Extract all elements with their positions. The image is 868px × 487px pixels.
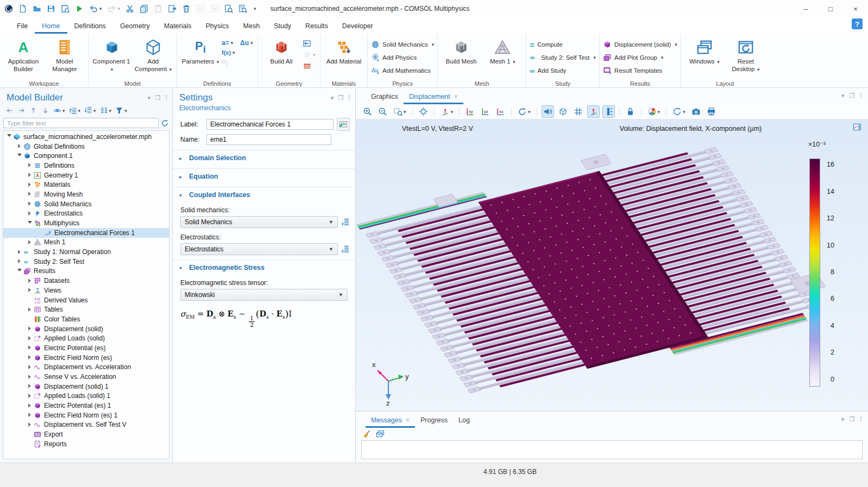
- expand-chevron-icon[interactable]: [27, 163, 32, 168]
- zoom-extents-icon[interactable]: [417, 105, 430, 118]
- expand-chevron-icon[interactable]: [27, 201, 32, 206]
- help-button[interactable]: ?: [852, 18, 863, 29]
- expand-chevron-icon[interactable]: [27, 240, 32, 245]
- expand-chevron-icon[interactable]: [27, 173, 32, 178]
- menu-developer[interactable]: Developer: [335, 20, 380, 34]
- expand-chevron-icon[interactable]: [27, 307, 32, 312]
- move-up-icon[interactable]: [29, 106, 37, 115]
- expand-chevron-icon[interactable]: [27, 336, 32, 341]
- search-button[interactable]: [238, 4, 247, 13]
- tree-item-component-1[interactable]: Component 1: [3, 151, 169, 161]
- panel-menu-icon[interactable]: ▾: [841, 92, 845, 99]
- tree-item-views[interactable]: Views: [3, 286, 169, 295]
- expand-chevron-icon[interactable]: [27, 182, 32, 187]
- expand-chevron-icon[interactable]: [27, 211, 32, 216]
- panel-pin-icon[interactable]: ⊺: [859, 416, 863, 423]
- color-legend-icon[interactable]: [602, 105, 615, 118]
- tree-item-definitions[interactable]: Definitions: [3, 161, 169, 170]
- tree-item-study-2-self-test[interactable]: ∞Study 2: Self Test: [3, 257, 169, 267]
- electrostatics-dropdown[interactable]: Electrostatics▼: [180, 243, 338, 255]
- cut-button[interactable]: [125, 4, 134, 13]
- save-button[interactable]: [47, 4, 55, 13]
- name-input[interactable]: [206, 134, 331, 145]
- solid-mechanics-dropdown[interactable]: Solid Mechanics▼: [180, 216, 338, 228]
- lock-camera-icon[interactable]: [624, 105, 637, 118]
- rotate-view-icon[interactable]: ▾: [516, 105, 532, 118]
- environment-reflections-icon[interactable]: [557, 105, 569, 118]
- graphics-tab-displacement[interactable]: Displacement×: [404, 90, 463, 104]
- panel-menu-icon[interactable]: ▾: [331, 94, 334, 102]
- refresh-filter-icon[interactable]: [161, 119, 169, 127]
- tree-item-materials[interactable]: Materials: [3, 180, 169, 189]
- expand-chevron-icon[interactable]: [27, 192, 32, 197]
- duplicate-button[interactable]: [168, 4, 177, 13]
- add-component-button[interactable]: Add Component ▾: [133, 37, 173, 73]
- tree-filter-input[interactable]: [3, 118, 159, 128]
- panel-pin-icon[interactable]: ⊺: [165, 94, 168, 102]
- panel-float-icon[interactable]: ❒: [338, 94, 343, 102]
- expand-chevron-icon[interactable]: [17, 250, 22, 255]
- menu-mesh[interactable]: Mesh: [236, 20, 267, 34]
- application-builder-button[interactable]: AApplication Builder: [3, 37, 43, 73]
- minimize-button[interactable]: –: [793, 0, 818, 17]
- model-manager-button[interactable]: Model Manager: [45, 37, 85, 73]
- delete-button[interactable]: [182, 4, 191, 13]
- quick-access-caret[interactable]: ▾: [253, 6, 256, 11]
- section-domain-selection[interactable]: ▸Domain Selection: [173, 150, 355, 165]
- compute-button[interactable]: =Compute: [530, 39, 596, 50]
- print-icon[interactable]: [705, 105, 718, 118]
- zoom-out-icon[interactable]: [376, 105, 389, 118]
- plot-window-icon[interactable]: [853, 123, 861, 131]
- tree-item-multiphysics[interactable]: Multiphysics: [3, 218, 169, 228]
- stress-tensor-dropdown[interactable]: Minkowski▼: [180, 289, 348, 301]
- expand-chevron-icon[interactable]: [27, 326, 32, 331]
- expand-chevron-icon[interactable]: [27, 365, 32, 370]
- go-to-view-icon[interactable]: ▾: [439, 105, 455, 118]
- panel-pin-icon[interactable]: ⊺: [348, 94, 351, 102]
- tree-item-electric-field-norm-es[interactable]: Electric Field Norm (es): [3, 353, 169, 363]
- back-icon[interactable]: [5, 106, 14, 115]
- expand-all-icon[interactable]: ▾: [69, 106, 81, 115]
- displacement-solid-select[interactable]: Displacement (solid)▾: [603, 39, 677, 50]
- panel-float-icon[interactable]: ❒: [849, 416, 854, 423]
- section-coupled-interfaces[interactable]: ▾Coupled Interfaces: [173, 187, 355, 202]
- expand-chevron-icon[interactable]: [27, 413, 32, 418]
- add-physics-button[interactable]: Add Physics: [371, 52, 434, 63]
- result-templates-button[interactable]: Result Templates: [603, 65, 677, 76]
- tree-item-displacement-vs-acceleration[interactable]: Displacement vs. Acceleration: [3, 363, 169, 372]
- expand-chevron-icon[interactable]: [27, 355, 32, 360]
- undo-button[interactable]: ▾: [89, 4, 102, 13]
- menu-file[interactable]: File: [10, 20, 35, 34]
- expand-chevron-icon[interactable]: [17, 144, 22, 149]
- menu-study[interactable]: Study: [267, 20, 298, 34]
- expand-chevron-icon[interactable]: [27, 279, 32, 283]
- menu-results[interactable]: Results: [298, 20, 335, 34]
- expand-chevron-icon[interactable]: [27, 384, 32, 389]
- tree-item-mesh-1[interactable]: Mesh 1: [3, 238, 169, 248]
- clear-messages-icon[interactable]: [362, 429, 371, 438]
- add-study-button[interactable]: ∞Add Study: [530, 65, 596, 76]
- expand-chevron-icon[interactable]: [27, 375, 32, 380]
- tree-item-study-1-normal-operation[interactable]: ∞Study 1: Normal Operation: [3, 247, 169, 257]
- menu-materials[interactable]: Materials: [157, 20, 199, 34]
- windows-button[interactable]: Windows ▾: [684, 37, 725, 66]
- axis-orientation-icon[interactable]: [587, 105, 600, 118]
- menu-definitions[interactable]: Definitions: [67, 20, 113, 34]
- view-xy-icon[interactable]: xy: [464, 105, 476, 118]
- component-1-button[interactable]: Component 1 ▾: [92, 37, 132, 73]
- close-tab-icon[interactable]: ×: [406, 416, 410, 424]
- tree-item-derived-values[interactable]: 8.85e-12Derived Values: [3, 295, 169, 305]
- panel-menu-icon[interactable]: ▾: [841, 416, 845, 423]
- run-button[interactable]: [75, 4, 84, 13]
- tree-item-reports[interactable]: Reports: [3, 439, 169, 449]
- tree-item-sense-v-vs-acceleration[interactable]: Sense V vs. Acceleration: [3, 372, 169, 382]
- close-tab-icon[interactable]: ×: [454, 93, 458, 100]
- expand-chevron-icon[interactable]: [27, 403, 32, 408]
- collapse-chevron-icon[interactable]: [17, 269, 22, 274]
- nonlocal-couplings-button[interactable]: Δu▾: [240, 39, 254, 47]
- disabled-select-tool[interactable]: [196, 4, 205, 13]
- tree-item-displacement-solid-1[interactable]: Displacement (solid) 1: [3, 382, 169, 391]
- zoom-in-icon[interactable]: [361, 105, 374, 118]
- parameters-button[interactable]: PiParameters ▾: [180, 37, 221, 66]
- save-as-button[interactable]: [61, 4, 70, 13]
